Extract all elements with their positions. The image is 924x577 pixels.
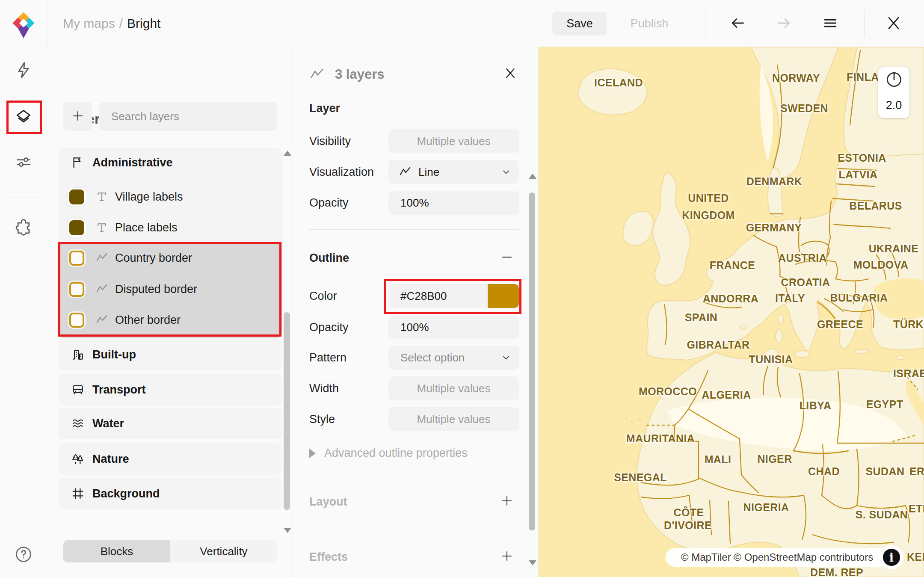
- section-effects-heading: Effects: [309, 550, 348, 564]
- opacity-field[interactable]: 100%: [388, 191, 519, 215]
- section-layout-heading: Layout: [309, 495, 347, 509]
- map-label: NORWAY: [772, 72, 820, 84]
- group-built-up[interactable]: Built-up: [58, 341, 282, 368]
- close-editor-button[interactable]: [883, 13, 904, 34]
- triangle-right-icon: [309, 449, 316, 458]
- outline-color-value: #C28B00: [388, 290, 447, 303]
- lightning-icon: [14, 61, 33, 81]
- map-label: LATVIA: [839, 169, 878, 181]
- layer-color-swatch[interactable]: [69, 220, 84, 235]
- map-label: KINGDOM: [682, 209, 735, 222]
- tab-blocks[interactable]: Blocks: [63, 540, 170, 562]
- arrow-right-icon: [776, 15, 792, 33]
- attribution-text[interactable]: © MapTiler © OpenStreetMap contributors: [681, 551, 873, 563]
- properties-scrollbar-thumb[interactable]: [529, 192, 535, 530]
- layer-row-place-labels[interactable]: Place labels: [58, 214, 282, 241]
- layer-row-other-border[interactable]: Other border: [58, 306, 282, 334]
- layers-tool-button[interactable]: [12, 106, 35, 128]
- add-layout-button[interactable]: [498, 492, 516, 511]
- color-swatch[interactable]: [488, 284, 519, 308]
- map-label: ISRAEL: [893, 367, 924, 380]
- line-type-icon: [399, 166, 412, 178]
- bus-icon: [70, 382, 86, 397]
- search-layers-input[interactable]: [99, 102, 277, 131]
- properties-close-button[interactable]: [503, 66, 518, 81]
- topbar-divider: [47, 0, 47, 47]
- menu-button[interactable]: [820, 13, 841, 34]
- line-type-icon: [309, 67, 325, 82]
- publish-button[interactable]: Publish: [625, 12, 673, 36]
- undo-button[interactable]: [728, 13, 748, 34]
- layers-scrollbar-thumb[interactable]: [284, 312, 290, 510]
- opacity-label: Opacity: [309, 191, 349, 215]
- scroll-up-arrow[interactable]: [529, 174, 536, 179]
- group-nature[interactable]: Nature: [58, 445, 282, 473]
- advanced-outline-toggle[interactable]: Advanced outline properties: [309, 447, 468, 460]
- map-canvas[interactable]: ICELAND NORWAY FINLAND SWEDEN ESTONIA LA…: [539, 47, 924, 577]
- outline-width-label: Width: [309, 376, 339, 400]
- group-administrative[interactable]: Administrative: [58, 149, 282, 176]
- scroll-down-arrow[interactable]: [529, 560, 536, 565]
- scroll-down-arrow[interactable]: [284, 528, 291, 533]
- map-label: NIGER: [757, 453, 792, 465]
- visibility-value: Multiple values: [388, 135, 519, 148]
- zoom-level-value[interactable]: 2.0: [878, 93, 909, 118]
- layer-row-disputed-border[interactable]: Disputed border: [58, 275, 282, 303]
- visibility-field[interactable]: Multiple values: [388, 129, 519, 153]
- group-water[interactable]: Water: [58, 410, 282, 437]
- layer-color-swatch[interactable]: [69, 189, 84, 204]
- map-label: ICELAND: [594, 77, 643, 89]
- map-label: MAURITANIA: [626, 432, 695, 445]
- outline-opacity-label: Opacity: [309, 315, 349, 339]
- close-icon: [504, 67, 517, 81]
- collapse-outline-button[interactable]: [498, 248, 516, 267]
- visualization-select[interactable]: Line: [388, 160, 519, 184]
- sliders-icon: [14, 153, 33, 173]
- outline-pattern-value: Select option: [388, 351, 465, 364]
- quick-actions-button[interactable]: [12, 59, 35, 82]
- maptiler-logo-icon[interactable]: [12, 11, 36, 36]
- map-label: GREECE: [817, 318, 863, 331]
- plus-icon: [71, 109, 84, 124]
- outline-pattern-select[interactable]: Select option: [388, 346, 519, 370]
- scroll-up-arrow[interactable]: [284, 151, 291, 156]
- layers-icon: [14, 107, 33, 127]
- save-button[interactable]: Save: [552, 12, 607, 36]
- group-transport[interactable]: Transport: [58, 376, 282, 403]
- administrative-group-card: Administrative Village labels Place labe…: [58, 148, 282, 338]
- add-effects-button[interactable]: [498, 547, 516, 566]
- group-background[interactable]: Background: [58, 480, 282, 507]
- trees-icon: [70, 451, 86, 467]
- layer-row-village-labels[interactable]: Village labels: [58, 183, 282, 210]
- map-label: ESTONIA: [838, 152, 886, 164]
- map-label: KENYA: [907, 551, 924, 563]
- bearing-reset-button[interactable]: [878, 67, 909, 93]
- layer-color-swatch[interactable]: [69, 313, 84, 328]
- breadcrumb-my-maps[interactable]: My maps: [63, 16, 115, 31]
- section-divider: [309, 532, 519, 532]
- outline-color-field[interactable]: #C28B00: [388, 284, 519, 308]
- outline-width-field[interactable]: Multiple values: [388, 376, 519, 400]
- plugins-tool-button[interactable]: [12, 217, 35, 239]
- section-divider: [309, 481, 519, 481]
- properties-title: 3 layers: [335, 67, 385, 82]
- attribution-info-button[interactable]: i: [880, 545, 903, 569]
- outline-opacity-field[interactable]: 100%: [388, 315, 519, 339]
- map-label: AUSTRIA: [778, 252, 827, 264]
- add-layer-button[interactable]: [63, 102, 92, 131]
- map-label: CÔTE: [673, 506, 704, 519]
- map-label: ETHIOPIA: [909, 503, 924, 515]
- minus-icon: [500, 251, 513, 265]
- outline-style-field[interactable]: Multiple values: [388, 407, 519, 431]
- layer-color-swatch[interactable]: [69, 251, 84, 266]
- settings-tool-button[interactable]: [12, 151, 35, 174]
- map-label: DENMARK: [746, 175, 803, 188]
- group-label: Built-up: [92, 348, 136, 361]
- redo-button[interactable]: [773, 13, 794, 34]
- map-label: GERMANY: [746, 222, 802, 234]
- layer-row-country-border[interactable]: Country border: [58, 244, 282, 272]
- help-button[interactable]: [12, 544, 35, 566]
- tab-verticality[interactable]: Verticality: [170, 540, 277, 562]
- layer-color-swatch[interactable]: [69, 282, 84, 297]
- layer-row-label: Disputed border: [115, 283, 197, 296]
